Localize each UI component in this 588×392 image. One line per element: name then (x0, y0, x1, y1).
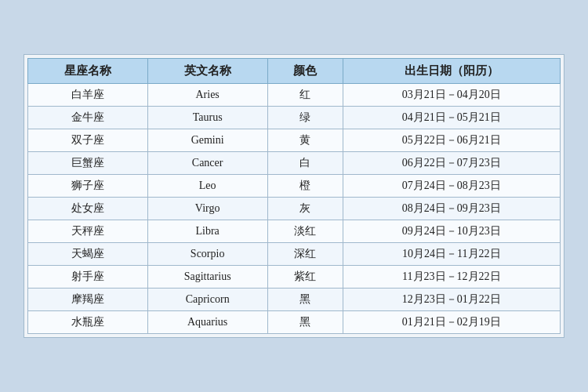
cell-color: 灰 (267, 198, 343, 220)
table-row: 巨蟹座Cancer白06月22日－07月23日 (28, 152, 561, 175)
header-english-name: 英文名称 (147, 59, 267, 84)
cell-chinese-name: 天秤座 (28, 220, 148, 243)
header-dates: 出生日期（阳历） (343, 59, 560, 84)
cell-color: 淡红 (267, 220, 343, 243)
cell-dates: 04月21日－05月21日 (343, 107, 560, 129)
table-row: 射手座Sagittarius紫红11月23日－12月22日 (28, 266, 561, 289)
cell-color: 黑 (267, 311, 343, 334)
cell-chinese-name: 双子座 (28, 129, 148, 152)
table-row: 摩羯座Capricorn黑12月23日－01月22日 (28, 289, 561, 311)
table-row: 天蝎座Scorpio深红10月24日－11月22日 (28, 243, 561, 266)
cell-english-name: Leo (147, 175, 267, 198)
cell-color: 深红 (267, 243, 343, 266)
cell-dates: 01月21日－02月19日 (343, 311, 560, 334)
cell-dates: 05月22日－06月21日 (343, 129, 560, 152)
cell-english-name: Cancer (147, 152, 267, 175)
table-row: 天秤座Libra淡红09月24日－10月23日 (28, 220, 561, 243)
cell-chinese-name: 水瓶座 (28, 311, 148, 334)
table-row: 白羊座Aries红03月21日－04月20日 (28, 84, 561, 107)
cell-english-name: Virgo (147, 198, 267, 220)
cell-dates: 03月21日－04月20日 (343, 84, 560, 107)
table-row: 金牛座Taurus绿04月21日－05月21日 (28, 107, 561, 129)
cell-chinese-name: 射手座 (28, 266, 148, 289)
cell-english-name: Aries (147, 84, 267, 107)
table-body: 白羊座Aries红03月21日－04月20日金牛座Taurus绿04月21日－0… (28, 84, 561, 334)
cell-chinese-name: 巨蟹座 (28, 152, 148, 175)
cell-chinese-name: 天蝎座 (28, 243, 148, 266)
cell-chinese-name: 金牛座 (28, 107, 148, 129)
cell-chinese-name: 狮子座 (28, 175, 148, 198)
cell-color: 紫红 (267, 266, 343, 289)
table-header-row: 星座名称 英文名称 颜色 出生日期（阳历） (28, 59, 561, 84)
cell-dates: 07月24日－08月23日 (343, 175, 560, 198)
cell-english-name: Scorpio (147, 243, 267, 266)
cell-color: 橙 (267, 175, 343, 198)
cell-color: 绿 (267, 107, 343, 129)
header-chinese-name: 星座名称 (28, 59, 148, 84)
cell-color: 白 (267, 152, 343, 175)
zodiac-table: 星座名称 英文名称 颜色 出生日期（阳历） 白羊座Aries红03月21日－04… (27, 58, 561, 334)
cell-color: 黄 (267, 129, 343, 152)
cell-dates: 12月23日－01月22日 (343, 289, 560, 311)
table-row: 狮子座Leo橙07月24日－08月23日 (28, 175, 561, 198)
cell-chinese-name: 白羊座 (28, 84, 148, 107)
cell-english-name: Gemini (147, 129, 267, 152)
cell-color: 黑 (267, 289, 343, 311)
cell-english-name: Taurus (147, 107, 267, 129)
header-color: 颜色 (267, 59, 343, 84)
cell-english-name: Capricorn (147, 289, 267, 311)
cell-dates: 08月24日－09月23日 (343, 198, 560, 220)
cell-dates: 06月22日－07月23日 (343, 152, 560, 175)
cell-english-name: Aquarius (147, 311, 267, 334)
zodiac-table-container: 星座名称 英文名称 颜色 出生日期（阳历） 白羊座Aries红03月21日－04… (24, 54, 564, 338)
cell-dates: 11月23日－12月22日 (343, 266, 560, 289)
cell-dates: 09月24日－10月23日 (343, 220, 560, 243)
cell-english-name: Sagittarius (147, 266, 267, 289)
cell-color: 红 (267, 84, 343, 107)
cell-chinese-name: 摩羯座 (28, 289, 148, 311)
table-row: 处女座Virgo灰08月24日－09月23日 (28, 198, 561, 220)
cell-english-name: Libra (147, 220, 267, 243)
table-row: 水瓶座Aquarius黑01月21日－02月19日 (28, 311, 561, 334)
cell-chinese-name: 处女座 (28, 198, 148, 220)
cell-dates: 10月24日－11月22日 (343, 243, 560, 266)
table-row: 双子座Gemini黄05月22日－06月21日 (28, 129, 561, 152)
